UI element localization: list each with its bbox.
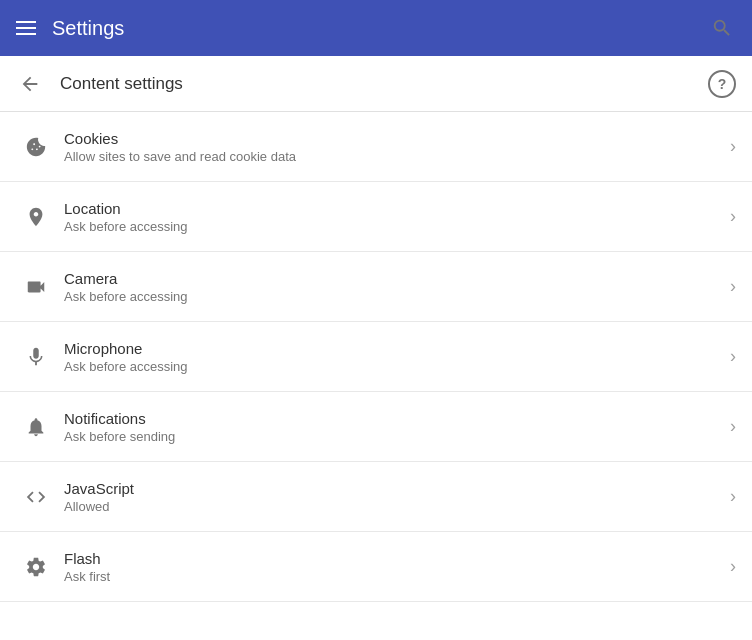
item-text-camera: Camera Ask before accessing xyxy=(56,270,730,304)
item-title: JavaScript xyxy=(64,480,730,497)
list-item[interactable]: Notifications Ask before sending › xyxy=(0,392,752,462)
item-text-microphone: Microphone Ask before accessing xyxy=(56,340,730,374)
item-subtitle: Ask before sending xyxy=(64,429,730,444)
list-item[interactable]: JavaScript Allowed › xyxy=(0,462,752,532)
list-item[interactable]: Flash Ask first › xyxy=(0,532,752,602)
chevron-right-icon: › xyxy=(730,136,736,157)
item-subtitle: Allow sites to save and read cookie data xyxy=(64,149,730,164)
chevron-right-icon: › xyxy=(730,556,736,577)
sub-header: Content settings ? xyxy=(0,56,752,112)
chevron-right-icon: › xyxy=(730,206,736,227)
chevron-right-icon: › xyxy=(730,346,736,367)
item-subtitle: Ask before accessing xyxy=(64,359,730,374)
cookie-icon xyxy=(16,136,56,158)
microphone-icon xyxy=(16,346,56,368)
back-button[interactable] xyxy=(16,70,44,98)
hamburger-menu-icon[interactable] xyxy=(16,21,36,35)
camera-icon xyxy=(16,276,56,298)
help-icon[interactable]: ? xyxy=(708,70,736,98)
location-icon xyxy=(16,206,56,228)
list-item[interactable]: Cookies Allow sites to save and read coo… xyxy=(0,112,752,182)
item-title: Notifications xyxy=(64,410,730,427)
chevron-right-icon: › xyxy=(730,416,736,437)
page-title: Content settings xyxy=(60,74,183,94)
notifications-icon xyxy=(16,416,56,438)
settings-list: Cookies Allow sites to save and read coo… xyxy=(0,112,752,602)
item-text-cookies: Cookies Allow sites to save and read coo… xyxy=(56,130,730,164)
item-text-javascript: JavaScript Allowed xyxy=(56,480,730,514)
list-item[interactable]: Location Ask before accessing › xyxy=(0,182,752,252)
item-title: Cookies xyxy=(64,130,730,147)
item-title: Microphone xyxy=(64,340,730,357)
item-subtitle: Ask before accessing xyxy=(64,219,730,234)
chevron-right-icon: › xyxy=(730,276,736,297)
list-item[interactable]: Microphone Ask before accessing › xyxy=(0,322,752,392)
item-text-location: Location Ask before accessing xyxy=(56,200,730,234)
search-icon[interactable] xyxy=(708,14,736,42)
chevron-right-icon: › xyxy=(730,486,736,507)
item-text-flash: Flash Ask first xyxy=(56,550,730,584)
item-subtitle: Ask first xyxy=(64,569,730,584)
item-title: Flash xyxy=(64,550,730,567)
item-subtitle: Ask before accessing xyxy=(64,289,730,304)
item-subtitle: Allowed xyxy=(64,499,730,514)
item-text-notifications: Notifications Ask before sending xyxy=(56,410,730,444)
header-left: Settings xyxy=(16,17,124,40)
flash-icon xyxy=(16,556,56,578)
item-title: Location xyxy=(64,200,730,217)
javascript-icon xyxy=(16,486,56,508)
app-title: Settings xyxy=(52,17,124,40)
item-title: Camera xyxy=(64,270,730,287)
list-item[interactable]: Camera Ask before accessing › xyxy=(0,252,752,322)
sub-header-left: Content settings xyxy=(16,70,183,98)
app-header: Settings xyxy=(0,0,752,56)
